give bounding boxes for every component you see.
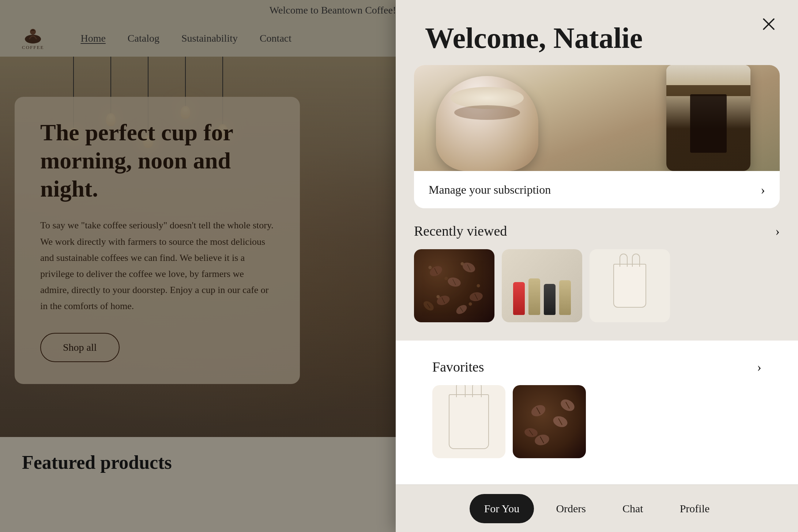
svg-line-17 xyxy=(460,307,463,312)
fav-beans-graphic xyxy=(513,385,586,458)
tab-chat-label: Chat xyxy=(622,502,643,515)
svg-line-5 xyxy=(434,268,437,274)
coffee-cup-left xyxy=(436,76,538,171)
favorites-title: Favorites xyxy=(432,359,484,375)
tab-profile-label: Profile xyxy=(680,502,710,515)
svg-line-11 xyxy=(467,265,470,270)
svg-line-13 xyxy=(475,294,478,300)
tab-chat[interactable]: Chat xyxy=(608,494,658,523)
nav-links: Home Catalog Sustainability Contact xyxy=(80,33,291,44)
subscription-image xyxy=(414,65,780,171)
svg-point-16 xyxy=(455,303,468,316)
subscription-label: Manage your subscription xyxy=(429,183,551,197)
svg-line-15 xyxy=(427,304,430,308)
logo-text: COFFEE xyxy=(22,45,44,50)
side-panel: Welcome, Natalie Manage your subscriptio… xyxy=(396,0,798,532)
bottom-nav: For You Orders Chat Profile xyxy=(396,484,798,532)
tab-profile[interactable]: Profile xyxy=(665,494,724,523)
shop-all-button[interactable]: Shop all xyxy=(40,333,120,362)
hero-body-text: To say we "take coffee seriously" doesn'… xyxy=(40,217,274,314)
subscription-chevron-icon: › xyxy=(761,182,765,197)
recently-viewed-header: Recently viewed › xyxy=(396,223,798,249)
svg-point-6 xyxy=(447,276,462,288)
recently-viewed-item-tote[interactable] xyxy=(590,249,670,322)
nav-contact[interactable]: Contact xyxy=(260,33,291,44)
logo-icon xyxy=(22,26,44,45)
favorites-thumbnails xyxy=(414,385,780,476)
favorites-item-beans[interactable] xyxy=(513,385,586,458)
subscription-card[interactable]: Manage your subscription › xyxy=(414,65,780,208)
hero-headline: The perfect cup for morning, noon and ni… xyxy=(40,119,274,203)
recently-viewed-thumbnails xyxy=(396,249,798,341)
favorites-header: Favorites › xyxy=(414,359,780,385)
svg-point-14 xyxy=(422,299,435,312)
svg-line-9 xyxy=(442,297,445,303)
nav-catalog[interactable]: Catalog xyxy=(128,33,159,44)
announcement-text: Welcome to Beantown Coffee! xyxy=(270,4,396,16)
recently-viewed-arrow-icon[interactable]: › xyxy=(775,223,780,239)
tab-orders[interactable]: Orders xyxy=(541,494,601,523)
hero-text-box: The perfect cup for morning, noon and ni… xyxy=(15,97,300,384)
logo[interactable]: COFFEE xyxy=(22,26,44,50)
svg-point-10 xyxy=(461,261,477,274)
tab-orders-label: Orders xyxy=(556,502,586,515)
welcome-heading: Welcome, Natalie xyxy=(396,0,798,65)
close-button[interactable] xyxy=(758,13,780,35)
svg-line-7 xyxy=(453,279,456,285)
subscription-footer: Manage your subscription › xyxy=(414,171,780,208)
recently-viewed-section: Recently viewed › xyxy=(396,223,798,341)
fav-tote-graphic xyxy=(432,385,505,458)
close-icon xyxy=(761,16,777,32)
coffee-cup-right xyxy=(666,65,750,171)
favorites-arrow-icon[interactable]: › xyxy=(757,359,761,375)
recently-viewed-item-beans[interactable] xyxy=(414,249,494,322)
nav-home[interactable]: Home xyxy=(80,33,105,44)
svg-point-4 xyxy=(428,264,444,278)
nav-sustainability[interactable]: Sustainability xyxy=(181,33,238,44)
tab-for-you-label: For You xyxy=(484,502,520,515)
svg-point-8 xyxy=(436,294,451,307)
fav-beans-svg xyxy=(513,385,586,458)
recently-viewed-title: Recently viewed xyxy=(414,223,507,239)
tote-bag-shape xyxy=(613,264,646,308)
fav-tote-shape xyxy=(449,394,489,449)
recently-viewed-item-canisters[interactable] xyxy=(502,249,582,322)
favorites-item-tote[interactable] xyxy=(432,385,505,458)
beans-thumbnail-graphic xyxy=(414,249,494,322)
tab-for-you[interactable]: For You xyxy=(470,494,534,523)
svg-point-12 xyxy=(469,291,483,302)
